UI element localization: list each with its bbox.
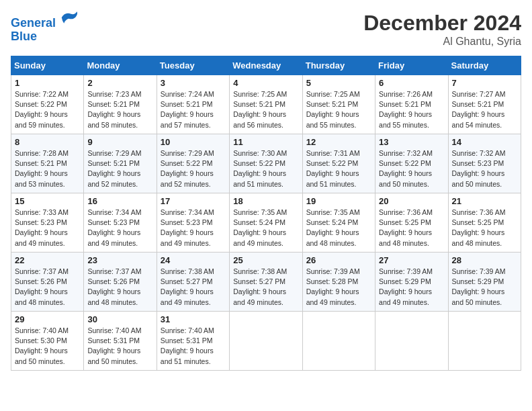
day-number: 31: [161, 314, 226, 324]
day-number: 12: [306, 137, 371, 147]
calendar-cell: 7Sunrise: 7:27 AMSunset: 5:21 PMDaylight…: [448, 75, 521, 134]
day-info: Sunrise: 7:36 AMSunset: 5:25 PMDaylight:…: [452, 208, 517, 248]
logo-general: General: [11, 16, 56, 30]
title-block: December 2024 Al Ghantu, Syria: [363, 11, 521, 48]
day-number: 29: [15, 314, 80, 324]
day-number: 22: [15, 255, 80, 265]
weekday-header-sunday: Sunday: [11, 56, 84, 75]
day-info: Sunrise: 7:25 AMSunset: 5:21 PMDaylight:…: [233, 89, 298, 130]
day-number: 9: [87, 137, 152, 147]
weekday-header-friday: Friday: [375, 56, 448, 75]
day-number: 30: [87, 314, 152, 324]
calendar-cell: 5Sunrise: 7:25 AMSunset: 5:21 PMDaylight…: [302, 75, 375, 134]
calendar-cell: 2Sunrise: 7:23 AMSunset: 5:21 PMDaylight…: [84, 75, 157, 134]
calendar-cell: 17Sunrise: 7:34 AMSunset: 5:23 PMDayligh…: [157, 193, 229, 253]
day-info: Sunrise: 7:39 AMSunset: 5:29 PMDaylight:…: [452, 267, 517, 308]
calendar-cell: 28Sunrise: 7:39 AMSunset: 5:29 PMDayligh…: [448, 253, 521, 312]
calendar-cell: [302, 312, 375, 371]
calendar-cell: 12Sunrise: 7:31 AMSunset: 5:22 PMDayligh…: [302, 134, 375, 193]
weekday-header-thursday: Thursday: [302, 56, 375, 75]
calendar-table: SundayMondayTuesdayWednesdayThursdayFrid…: [11, 56, 521, 371]
day-number: 20: [379, 196, 444, 206]
day-info: Sunrise: 7:40 AMSunset: 5:30 PMDaylight:…: [15, 326, 80, 367]
calendar-cell: 16Sunrise: 7:34 AMSunset: 5:23 PMDayligh…: [84, 193, 157, 253]
calendar-cell: [375, 312, 448, 371]
calendar-cell: 10Sunrise: 7:29 AMSunset: 5:22 PMDayligh…: [157, 134, 229, 193]
calendar-cell: [230, 312, 302, 371]
day-number: 7: [452, 78, 517, 88]
day-info: Sunrise: 7:33 AMSunset: 5:23 PMDaylight:…: [15, 208, 80, 248]
calendar-cell: 23Sunrise: 7:37 AMSunset: 5:26 PMDayligh…: [84, 253, 157, 312]
calendar-cell: 20Sunrise: 7:36 AMSunset: 5:25 PMDayligh…: [375, 193, 448, 253]
day-info: Sunrise: 7:37 AMSunset: 5:26 PMDaylight:…: [87, 267, 152, 308]
calendar-cell: 8Sunrise: 7:28 AMSunset: 5:21 PMDaylight…: [11, 134, 84, 193]
day-info: Sunrise: 7:38 AMSunset: 5:27 PMDaylight:…: [233, 267, 298, 308]
day-info: Sunrise: 7:34 AMSunset: 5:23 PMDaylight:…: [161, 208, 226, 248]
calendar-cell: 9Sunrise: 7:29 AMSunset: 5:21 PMDaylight…: [84, 134, 157, 193]
page-header: General Blue December 2024 Al Ghantu, Sy…: [11, 11, 521, 48]
day-info: Sunrise: 7:40 AMSunset: 5:31 PMDaylight:…: [161, 326, 226, 367]
day-number: 28: [452, 255, 517, 265]
calendar-cell: 3Sunrise: 7:24 AMSunset: 5:21 PMDaylight…: [157, 75, 229, 134]
day-number: 21: [452, 196, 517, 206]
day-info: Sunrise: 7:30 AMSunset: 5:22 PMDaylight:…: [233, 148, 298, 189]
day-number: 1: [15, 78, 80, 88]
day-info: Sunrise: 7:38 AMSunset: 5:27 PMDaylight:…: [161, 267, 226, 308]
calendar-cell: 19Sunrise: 7:35 AMSunset: 5:24 PMDayligh…: [302, 193, 375, 253]
logo-bird-icon: [60, 8, 79, 27]
day-number: 4: [233, 78, 298, 88]
day-info: Sunrise: 7:36 AMSunset: 5:25 PMDaylight:…: [379, 208, 444, 248]
day-info: Sunrise: 7:34 AMSunset: 5:23 PMDaylight:…: [87, 208, 152, 248]
weekday-header-row: SundayMondayTuesdayWednesdayThursdayFrid…: [11, 56, 521, 75]
day-number: 3: [161, 78, 226, 88]
day-info: Sunrise: 7:35 AMSunset: 5:24 PMDaylight:…: [306, 208, 371, 248]
day-info: Sunrise: 7:29 AMSunset: 5:21 PMDaylight:…: [87, 148, 152, 189]
weekday-header-monday: Monday: [84, 56, 157, 75]
day-info: Sunrise: 7:39 AMSunset: 5:29 PMDaylight:…: [379, 267, 444, 308]
day-number: 17: [161, 196, 226, 206]
day-info: Sunrise: 7:27 AMSunset: 5:21 PMDaylight:…: [452, 89, 517, 130]
day-info: Sunrise: 7:26 AMSunset: 5:21 PMDaylight:…: [379, 89, 444, 130]
calendar-week-4: 22Sunrise: 7:37 AMSunset: 5:26 PMDayligh…: [11, 253, 521, 312]
calendar-cell: 14Sunrise: 7:32 AMSunset: 5:23 PMDayligh…: [448, 134, 521, 193]
calendar-cell: 18Sunrise: 7:35 AMSunset: 5:24 PMDayligh…: [230, 193, 302, 253]
calendar-cell: 4Sunrise: 7:25 AMSunset: 5:21 PMDaylight…: [230, 75, 302, 134]
location: Al Ghantu, Syria: [363, 36, 521, 48]
day-info: Sunrise: 7:31 AMSunset: 5:22 PMDaylight:…: [306, 148, 371, 189]
day-number: 14: [452, 137, 517, 147]
logo: General Blue: [11, 11, 79, 44]
day-number: 24: [161, 255, 226, 265]
weekday-header-saturday: Saturday: [448, 56, 521, 75]
calendar-cell: 13Sunrise: 7:32 AMSunset: 5:22 PMDayligh…: [375, 134, 448, 193]
day-info: Sunrise: 7:35 AMSunset: 5:24 PMDaylight:…: [233, 208, 298, 248]
day-info: Sunrise: 7:28 AMSunset: 5:21 PMDaylight:…: [15, 148, 80, 189]
logo-blue: Blue: [11, 30, 37, 43]
day-number: 11: [233, 137, 298, 147]
calendar-cell: 24Sunrise: 7:38 AMSunset: 5:27 PMDayligh…: [157, 253, 229, 312]
day-number: 19: [306, 196, 371, 206]
day-number: 5: [306, 78, 371, 88]
day-number: 23: [87, 255, 152, 265]
day-number: 15: [15, 196, 80, 206]
calendar-cell: 22Sunrise: 7:37 AMSunset: 5:26 PMDayligh…: [11, 253, 84, 312]
calendar-cell: 21Sunrise: 7:36 AMSunset: 5:25 PMDayligh…: [448, 193, 521, 253]
day-info: Sunrise: 7:39 AMSunset: 5:28 PMDaylight:…: [306, 267, 371, 308]
day-info: Sunrise: 7:25 AMSunset: 5:21 PMDaylight:…: [306, 89, 371, 130]
calendar-cell: 25Sunrise: 7:38 AMSunset: 5:27 PMDayligh…: [230, 253, 302, 312]
day-info: Sunrise: 7:32 AMSunset: 5:22 PMDaylight:…: [379, 148, 444, 189]
day-number: 13: [379, 137, 444, 147]
calendar-week-3: 15Sunrise: 7:33 AMSunset: 5:23 PMDayligh…: [11, 193, 521, 253]
calendar-week-1: 1Sunrise: 7:22 AMSunset: 5:22 PMDaylight…: [11, 75, 521, 134]
day-info: Sunrise: 7:40 AMSunset: 5:31 PMDaylight:…: [87, 326, 152, 367]
weekday-header-tuesday: Tuesday: [157, 56, 229, 75]
day-number: 10: [161, 137, 226, 147]
calendar-cell: 27Sunrise: 7:39 AMSunset: 5:29 PMDayligh…: [375, 253, 448, 312]
month-title: December 2024: [363, 11, 521, 36]
day-info: Sunrise: 7:29 AMSunset: 5:22 PMDaylight:…: [161, 148, 226, 189]
day-number: 18: [233, 196, 298, 206]
day-info: Sunrise: 7:24 AMSunset: 5:21 PMDaylight:…: [161, 89, 226, 130]
calendar-cell: [448, 312, 521, 371]
calendar-cell: 15Sunrise: 7:33 AMSunset: 5:23 PMDayligh…: [11, 193, 84, 253]
calendar-cell: 6Sunrise: 7:26 AMSunset: 5:21 PMDaylight…: [375, 75, 448, 134]
calendar-cell: 31Sunrise: 7:40 AMSunset: 5:31 PMDayligh…: [157, 312, 229, 371]
